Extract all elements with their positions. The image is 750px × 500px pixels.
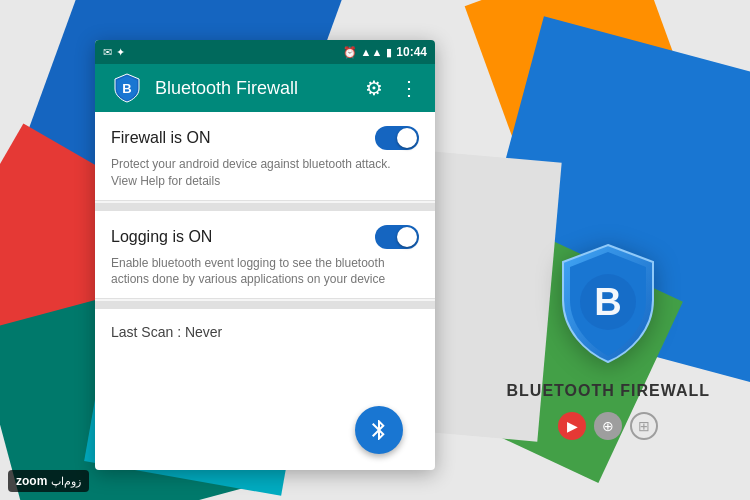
windows-icon: ⊞ — [638, 418, 650, 434]
firewall-header: Firewall is ON — [111, 126, 419, 150]
logging-toggle-knob — [397, 227, 417, 247]
app-toolbar: B Bluetooth Firewall ⚙ ⋮ — [95, 64, 435, 112]
logging-label: Logging is ON — [111, 228, 212, 246]
phone-mockup: ✉ ✦ ⏰ ▲▲ ▮ 10:44 B Bluetooth Firewall ⚙ … — [95, 40, 435, 470]
alarm-icon: ⏰ — [343, 46, 357, 59]
firewall-toggle-knob — [397, 128, 417, 148]
battery-icon: ▮ — [386, 46, 392, 59]
status-bar: ✉ ✦ ⏰ ▲▲ ▮ 10:44 — [95, 40, 435, 64]
logging-header: Logging is ON — [111, 225, 419, 249]
right-panel: B BLUETOOTH FIREWALL ▶ ⊕ ⊞ — [507, 240, 710, 440]
status-left-icons: ✉ ✦ — [103, 46, 125, 59]
bluetooth-fab-icon — [367, 418, 391, 442]
firewall-toggle[interactable] — [375, 126, 419, 150]
store-badges: ▶ ⊕ ⊞ — [558, 412, 658, 440]
fab-container — [95, 406, 419, 454]
logging-setting-row: Logging is ON Enable bluetooth event log… — [95, 211, 435, 300]
windows-store-badge[interactable]: ⊞ — [630, 412, 658, 440]
divider-2 — [95, 301, 435, 309]
svg-text:B: B — [122, 81, 131, 96]
more-icon[interactable]: ⋮ — [399, 76, 419, 100]
app-store-icon: ⊕ — [602, 418, 614, 434]
play-store-icon: ▶ — [567, 418, 578, 434]
last-scan-row: Last Scan : Never — [95, 309, 435, 355]
divider-1 — [95, 203, 435, 211]
zoom-brand: zoom — [16, 474, 47, 488]
email-icon: ✉ — [103, 46, 112, 59]
app-store-badge[interactable]: ⊕ — [594, 412, 622, 440]
bluetooth-status-icon: ✦ — [116, 46, 125, 59]
status-right-icons: ⏰ ▲▲ ▮ 10:44 — [343, 45, 427, 59]
watermark: zoom زوم‌اپ — [8, 470, 89, 492]
toolbar-icons: ⚙ ⋮ — [365, 76, 419, 100]
last-scan-text: Last Scan : Never — [111, 324, 222, 340]
status-time: 10:44 — [396, 45, 427, 59]
signal-icon: ▲▲ — [361, 46, 383, 58]
zoom-arabic: زوم‌اپ — [51, 475, 81, 488]
app-logo-icon: B — [111, 72, 143, 104]
settings-icon[interactable]: ⚙ — [365, 76, 383, 100]
firewall-label: Firewall is ON — [111, 129, 211, 147]
app-title: Bluetooth Firewall — [155, 78, 353, 99]
bluetooth-fab[interactable] — [355, 406, 403, 454]
firewall-description: Protect your android device against blue… — [111, 156, 419, 190]
app-name-label: BLUETOOTH FIREWALL — [507, 382, 710, 400]
play-store-badge[interactable]: ▶ — [558, 412, 586, 440]
app-content: Firewall is ON Protect your android devi… — [95, 112, 435, 355]
logging-toggle[interactable] — [375, 225, 419, 249]
svg-text:B: B — [595, 281, 622, 323]
big-shield-icon: B — [553, 240, 663, 370]
logging-description: Enable bluetooth event logging to see th… — [111, 255, 419, 289]
firewall-setting-row: Firewall is ON Protect your android devi… — [95, 112, 435, 201]
